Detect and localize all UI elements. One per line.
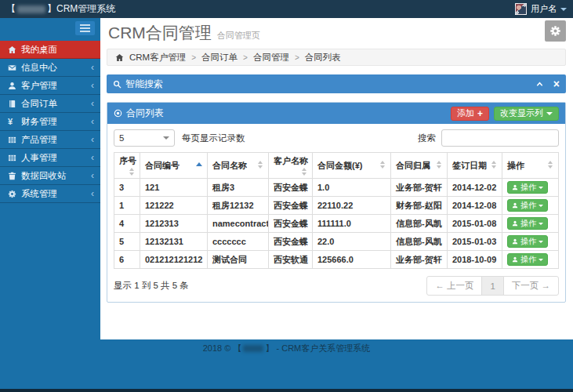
column-header[interactable]: 签订日期 (448, 153, 502, 179)
brand-prefix: 【 (6, 2, 16, 16)
sidebar-item-1[interactable]: 我的桌面 (0, 41, 100, 59)
page-title: CRM合同管理 (108, 22, 212, 44)
gear-icon (8, 190, 21, 198)
change-columns-button[interactable]: 改变显示列 (494, 107, 559, 121)
contracts-table: 序号合同编号合同名称客户名称合同金额(¥)合同归属签订日期操作 3 121 租房… (114, 152, 559, 269)
grid-icon (8, 136, 21, 144)
breadcrumb-items: CRM客户管理>合同订单>合同管理>合同列表 (129, 52, 341, 64)
breadcrumb: CRM客户管理>合同订单>合同管理>合同列表 (107, 49, 566, 66)
row-action-button[interactable]: 操作 (507, 217, 548, 230)
chevron-down-icon (539, 241, 543, 243)
sort-icon (379, 161, 386, 169)
plus-icon: + (477, 108, 483, 119)
sidebar-item-5[interactable]: ¥ 财务管理 ‹ (0, 113, 100, 131)
avatar (515, 3, 527, 15)
chevron-down-icon (539, 187, 543, 189)
redacted-brand-text (17, 5, 45, 13)
column-header[interactable]: 合同金额(¥) (313, 153, 391, 179)
chevron-left-icon: ‹ (91, 171, 94, 180)
page-size-select[interactable]: 5 (114, 129, 175, 147)
user-icon (512, 184, 518, 191)
column-header[interactable]: 合同名称 (208, 153, 269, 179)
breadcrumb-item[interactable]: CRM客户管理 (129, 52, 186, 64)
table-toolbar: 5 每页显示记录数 搜索 (114, 129, 559, 147)
chevron-left-icon: ‹ (91, 189, 94, 198)
footer-prefix: 2018 © 【 (203, 343, 242, 354)
chevron-down-icon (539, 205, 543, 207)
sidebar-item-6[interactable]: 产品管理 ‹ (0, 131, 100, 149)
sort-icon (547, 161, 553, 169)
sidebar-item-9[interactable]: 系统管理 ‹ (0, 185, 100, 203)
user-menu[interactable]: 用户名 (515, 3, 567, 15)
sort-icon (301, 168, 307, 176)
column-header[interactable]: 操作 (502, 153, 559, 179)
column-header[interactable]: 客户名称 (269, 153, 313, 179)
row-action-button[interactable]: 操作 (507, 253, 548, 266)
user-icon (512, 220, 518, 227)
row-action-button[interactable]: 操作 (507, 181, 548, 194)
footer: 2018 © 【 】 - CRM客户关系管理系统 (0, 343, 573, 354)
user-icon (512, 202, 518, 209)
breadcrumb-separator: > (191, 53, 196, 62)
page-header: CRM合同管理 合同管理页 (108, 22, 260, 44)
table-search-input[interactable] (441, 129, 559, 147)
column-header[interactable]: 合同编号 (140, 153, 208, 179)
chevron-left-icon: ‹ (91, 135, 94, 144)
table-row: 6 021212121212 测试合同 西安软通 125666.0 业务部-贺轩… (114, 251, 559, 269)
redacted-footer-text (243, 345, 263, 352)
column-header[interactable]: 序号 (114, 153, 140, 179)
pagination: ← 上一页 1 下一页 → (426, 276, 559, 296)
chevron-left-icon: ‹ (91, 99, 94, 108)
user-icon (512, 238, 518, 245)
table-row: 1 121222 租房12132 西安金蝶 22110.22 财务部-赵阳 20… (114, 197, 559, 215)
breadcrumb-item[interactable]: 合同列表 (305, 52, 341, 64)
chevron-down-icon (163, 136, 169, 140)
chevron-down-icon (560, 8, 567, 11)
search-label: 搜索 (418, 132, 436, 144)
sidebar-item-4[interactable]: 合同订单 ‹ (0, 95, 100, 113)
row-action-button[interactable]: 操作 (507, 235, 548, 248)
chevron-left-icon: ‹ (91, 81, 94, 90)
sidebar-item-8[interactable]: 数据回收站 ‹ (0, 167, 100, 185)
contract-list-header: 合同列表 添加 + 改变显示列 (107, 103, 565, 124)
crm-app: 【 】CRM管理系统 用户名 我的桌面 信息中心 ‹ 客户管理 ‹ 合同订单 ‹… (0, 0, 573, 392)
row-action-button[interactable]: 操作 (507, 199, 548, 212)
bottom-strip (0, 389, 573, 392)
envelope-icon (8, 64, 21, 72)
user-icon (8, 82, 21, 90)
chevron-down-icon (546, 112, 553, 115)
contract-list-title: 合同列表 (126, 107, 451, 120)
record-summary: 显示 1 到 5 共 5 条 (114, 280, 189, 292)
app-brand: 【 】CRM管理系统 (6, 2, 115, 16)
book-icon (8, 100, 21, 108)
breadcrumb-separator: > (243, 53, 248, 62)
collapse-panel-button[interactable] (535, 80, 544, 89)
breadcrumb-item[interactable]: 合同管理 (253, 52, 289, 64)
trash-icon (8, 172, 21, 180)
chevron-down-icon (539, 259, 543, 261)
add-button[interactable]: 添加 + (451, 107, 489, 121)
settings-button[interactable] (545, 20, 566, 42)
sort-icon (491, 161, 497, 169)
prev-page-button[interactable]: ← 上一页 (426, 276, 482, 296)
sidebar-item-7[interactable]: 人事管理 ‹ (0, 149, 100, 167)
page-1-button[interactable]: 1 (481, 276, 503, 296)
sidebar-toggle-button[interactable] (75, 21, 95, 35)
table-row: 3 121 租房3 西安金蝶 1.0 业务部-贺轩 2014-12-02 操作 (114, 179, 559, 197)
table-row: 4 1212313 namecontract 西安金蝶 111111.0 信息部… (114, 215, 559, 233)
close-panel-button[interactable]: × (553, 78, 560, 89)
sidebar-item-2[interactable]: 信息中心 ‹ (0, 59, 100, 77)
next-page-button[interactable]: 下一页 → (503, 276, 559, 296)
search-panel-title: 智能搜索 (125, 78, 535, 91)
home-icon (8, 45, 21, 54)
breadcrumb-item[interactable]: 合同订单 (201, 52, 238, 64)
breadcrumb-separator: > (295, 53, 299, 62)
brand-suffix: 】CRM管理系统 (47, 2, 115, 16)
chevron-down-icon (539, 223, 543, 225)
page-subtitle: 合同管理页 (217, 30, 260, 42)
table-footer: 显示 1 到 5 共 5 条 ← 上一页 1 下一页 → (114, 276, 559, 296)
smart-search-panel: 智能搜索 × (107, 74, 566, 93)
chevron-up-icon (535, 80, 544, 89)
sidebar-item-3[interactable]: 客户管理 ‹ (0, 77, 100, 95)
column-header[interactable]: 合同归属 (391, 153, 448, 179)
